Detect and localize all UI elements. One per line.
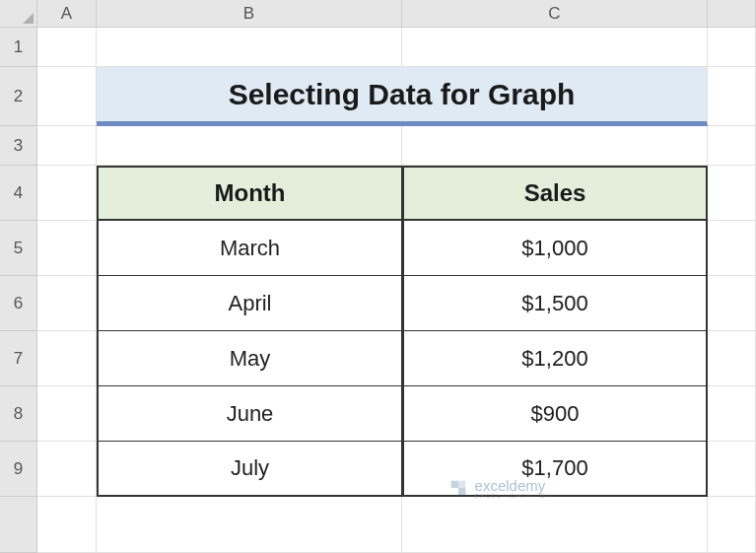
spreadsheet-grid: A B C 1 2 Selecting Data for Graph 3 4 M… <box>0 0 756 553</box>
cell-a5[interactable] <box>37 221 97 276</box>
cell-blank[interactable] <box>97 497 402 553</box>
cell-blank[interactable] <box>37 497 97 553</box>
column-header-blank[interactable] <box>708 0 756 28</box>
cell-a4[interactable] <box>37 166 97 221</box>
row-header-4[interactable]: 4 <box>0 166 37 221</box>
table-row[interactable]: $1,000 <box>402 221 708 276</box>
cell-d8[interactable] <box>708 386 756 442</box>
cell-blank[interactable] <box>708 497 756 553</box>
cell-b1[interactable] <box>97 28 402 67</box>
cell-d2[interactable] <box>708 67 756 126</box>
table-row[interactable]: March <box>97 221 402 276</box>
row-header-6[interactable]: 6 <box>0 276 37 331</box>
row-header-blank[interactable] <box>0 497 37 553</box>
table-row[interactable]: $1,500 <box>402 276 708 331</box>
cell-d7[interactable] <box>708 331 756 386</box>
column-header-b[interactable]: B <box>97 0 402 28</box>
table-row[interactable]: $1,700 <box>402 442 708 497</box>
cell-a7[interactable] <box>37 331 97 386</box>
select-all-corner[interactable] <box>0 0 37 28</box>
cell-d4[interactable] <box>708 166 756 221</box>
cell-a9[interactable] <box>37 442 97 497</box>
cell-b3[interactable] <box>97 126 402 166</box>
row-header-1[interactable]: 1 <box>0 28 37 67</box>
row-header-8[interactable]: 8 <box>0 386 37 442</box>
row-header-2[interactable]: 2 <box>0 67 37 126</box>
cell-c1[interactable] <box>402 28 708 67</box>
cell-a6[interactable] <box>37 276 97 331</box>
page-title[interactable]: Selecting Data for Graph <box>97 67 708 126</box>
cell-d1[interactable] <box>708 28 756 67</box>
table-row[interactable]: $900 <box>402 386 708 442</box>
row-header-3[interactable]: 3 <box>0 126 37 166</box>
cell-d3[interactable] <box>708 126 756 166</box>
cell-d9[interactable] <box>708 442 756 497</box>
table-row[interactable]: June <box>97 386 402 442</box>
cell-a1[interactable] <box>37 28 97 67</box>
column-header-c[interactable]: C <box>402 0 708 28</box>
cell-d6[interactable] <box>708 276 756 331</box>
table-row[interactable]: July <box>97 442 402 497</box>
cell-blank[interactable] <box>402 497 708 553</box>
table-row[interactable]: April <box>97 276 402 331</box>
table-row[interactable]: $1,200 <box>402 331 708 386</box>
column-header-a[interactable]: A <box>37 0 97 28</box>
cell-a2[interactable] <box>37 67 97 126</box>
table-header-sales[interactable]: Sales <box>402 166 708 221</box>
cell-a8[interactable] <box>37 386 97 442</box>
row-header-7[interactable]: 7 <box>0 331 37 386</box>
cell-c3[interactable] <box>402 126 708 166</box>
cell-d5[interactable] <box>708 221 756 276</box>
row-header-5[interactable]: 5 <box>0 221 37 276</box>
table-header-month[interactable]: Month <box>97 166 402 221</box>
row-header-9[interactable]: 9 <box>0 442 37 497</box>
table-row[interactable]: May <box>97 331 402 386</box>
cell-a3[interactable] <box>37 126 97 166</box>
